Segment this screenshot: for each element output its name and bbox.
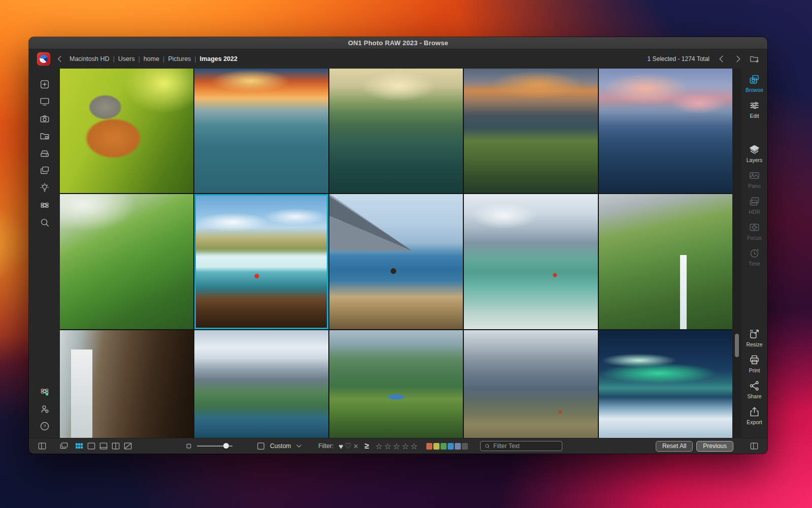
sidebar-item-help[interactable]: ? [37,420,52,433]
breadcrumb-segment[interactable]: home [144,55,159,62]
sort-chevron-down-icon[interactable] [294,441,304,451]
heart-filled-icon[interactable]: ♥ [339,442,343,451]
photo-thumbnail-alpine-lake-red-jacket[interactable] [464,194,597,329]
view-compare-button[interactable] [111,441,121,451]
breadcrumb-segment[interactable]: Macintosh HD [70,55,110,62]
photo-thumbnail-dark-cliff-waterfall[interactable] [60,330,193,438]
tool-resize[interactable]: AIResize [746,328,762,347]
photo-thumbnail-mountain-trail-hiker[interactable] [464,330,597,438]
clear-like-filter-icon[interactable]: ✕ [353,442,359,450]
photo-thumbnail-forest-valley-train[interactable] [329,330,463,438]
reset-all-button[interactable]: Reset All [656,441,693,452]
breadcrumb-segment[interactable]: Pictures [168,55,191,62]
color-swatch-2[interactable] [433,443,439,450]
photo-image-aurora-snowy-mountain [599,330,732,438]
previous-button[interactable]: Previous [696,441,733,452]
folder-plus-icon [749,54,759,64]
photo-image-dusk-mountain-lake [599,69,732,193]
tool-time[interactable]: Time [749,247,760,267]
heart-outline-icon[interactable]: ♡ [345,441,351,451]
on1-logo-icon[interactable] [37,52,50,66]
photo-thumbnail-aurora-snowy-mountain[interactable] [599,330,732,438]
sidebar-item-search[interactable] [37,216,52,229]
photo-image-alpine-lake-red-jacket [464,194,597,329]
photo-thumbnail-snowy-peak-valley[interactable] [194,330,328,438]
photo-image-robin-bird [60,69,193,193]
sidebar-item-orbit-sphere[interactable] [37,199,52,212]
ai-resize-icon: AI [749,328,760,340]
slider-knob[interactable] [223,443,229,449]
tool-edit[interactable]: Edit [749,100,760,119]
photo-thumbnail-green-hills-hikers[interactable] [60,194,193,329]
sort-checkbox[interactable] [256,441,266,451]
thumbnail-stack-button[interactable] [59,441,69,451]
sidebar-item-photo-stack[interactable] [37,164,52,177]
photo-image-snowy-peak-valley [194,330,328,438]
tool-layers[interactable]: Layers [747,144,763,163]
scrollbar-thumb[interactable] [735,334,739,357]
tool-export[interactable]: Export [747,406,762,425]
orbit-sphere-icon [39,200,50,211]
display-icon [39,96,50,107]
sidebar-item-add-square[interactable] [37,78,52,91]
color-swatch-5[interactable] [455,443,461,450]
time-icon [749,247,760,259]
color-swatch-4[interactable] [448,443,454,450]
tool-focus[interactable]: Focus [747,221,762,241]
sidebar-item-sync-status[interactable] [37,385,52,398]
photo-thumbnail-sunset-dock[interactable] [194,69,328,193]
sidebar-item-smart-lightbulb[interactable] [37,181,52,195]
photo-thumbnail-sea-rock-island[interactable] [329,194,463,329]
right-panel-toggle-button[interactable] [749,441,759,451]
tool-hdr[interactable]: HDR [749,196,760,215]
sort-select[interactable]: Custom [270,442,291,450]
tool-browse[interactable]: Browse [746,74,763,93]
tool-pano[interactable]: Pano [748,170,761,189]
color-swatch-6[interactable] [462,443,468,450]
title-bar[interactable]: ON1 Photo RAW 2023 - Browse [29,37,767,49]
like-filter-group: ♥ ♡ ✕ [339,441,358,451]
pano-icon [749,170,760,181]
view-filmstrip-button[interactable] [98,441,109,451]
search-icon [484,443,491,450]
filter-text-input[interactable] [480,441,562,451]
svg-text:?: ? [43,424,46,429]
browse-icon [749,74,760,85]
photo-thumbnail-waterfall-red-jacket[interactable] [194,194,328,329]
view-grid-button[interactable] [74,441,84,451]
next-photo-button[interactable] [733,54,743,64]
photo-thumbnail-robin-bird[interactable] [60,69,193,193]
thumbnail-size-slider[interactable] [197,442,232,450]
tool-print[interactable]: Print [749,354,760,373]
toolbar-right-group: Reset All Previous [656,441,759,452]
sidebar-item-display[interactable] [37,95,52,108]
star-rating-filter[interactable]: ☆☆☆☆☆ [375,441,419,451]
new-folder-button[interactable] [749,54,759,64]
back-button[interactable] [55,54,64,64]
breadcrumb-segment[interactable]: Images 2022 [200,55,238,62]
previous-photo-button[interactable] [717,54,727,64]
breadcrumb-segment[interactable]: Users [118,55,135,62]
sidebar-item-camera[interactable] [37,112,52,125]
filter-label: Filter: [318,442,333,450]
sidebar-item-folder-favorites[interactable] [37,130,52,143]
photo-thumbnail-mossy-coast-sunset[interactable] [464,69,597,193]
view-photo-button[interactable] [86,441,96,451]
filter-text-field[interactable] [493,442,558,450]
photo-thumbnail-dusk-mountain-lake[interactable] [599,69,732,193]
rating-compare-toggle[interactable]: ≥ [365,441,369,451]
header-bar: Macintosh HD|Users|home|Pictures|Images … [29,49,767,69]
browse-panel-toggle-button[interactable] [37,441,47,451]
sidebar-item-local-drive[interactable] [37,147,52,160]
color-swatch-3[interactable] [441,443,447,450]
photo-thumbnail-karst-mountains-lake[interactable] [329,69,463,193]
thumbnail-size-icon [184,441,194,451]
help-icon: ? [39,421,50,432]
color-swatch-1[interactable] [426,443,432,450]
scrollbar-track[interactable] [732,69,741,438]
sidebar-item-user-account[interactable] [37,402,52,416]
tool-share[interactable]: Share [747,380,761,399]
photo-image-sea-rock-island [329,194,463,329]
view-map-button[interactable] [123,441,133,451]
photo-thumbnail-grassy-cliff-waterfall[interactable] [599,194,732,329]
